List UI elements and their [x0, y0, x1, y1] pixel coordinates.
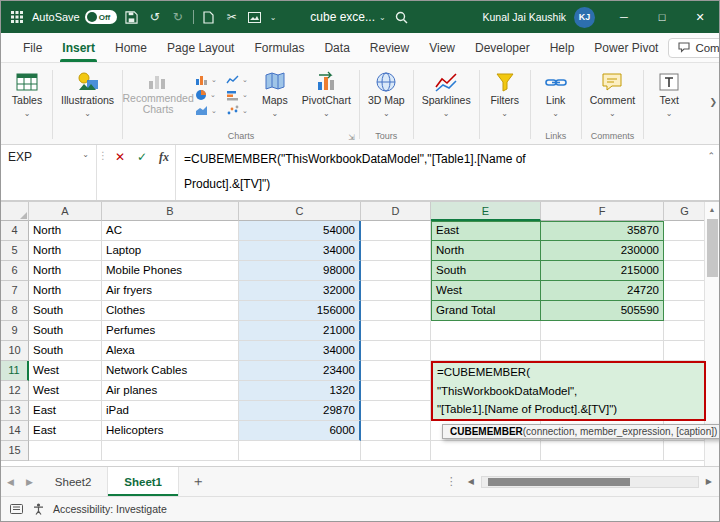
tab-home[interactable]: Home — [105, 33, 157, 62]
tab-help[interactable]: Help — [540, 33, 585, 62]
sheet-bar-grip-icon[interactable]: ⋮ — [442, 475, 461, 488]
column-header-a[interactable]: A — [29, 202, 102, 221]
cell-G9[interactable] — [664, 321, 706, 341]
cell-E8[interactable]: Grand Total — [431, 301, 541, 321]
cell-A10[interactable]: South — [29, 341, 102, 361]
new-sheet-button[interactable]: ＋ — [179, 473, 217, 491]
cell-C11[interactable]: 23400 — [239, 361, 361, 381]
cell-G7[interactable] — [664, 281, 706, 301]
sheet-nav-right-icon[interactable]: ▶ — [20, 477, 39, 487]
cell-B11[interactable]: Network Cables — [102, 361, 239, 381]
tab-page-layout[interactable]: Page Layout — [157, 33, 244, 62]
sheet-nav-left-icon[interactable]: ◀ — [1, 477, 20, 487]
cell-E5[interactable]: North — [431, 241, 541, 261]
user-name[interactable]: Kunal Jai Kaushik — [483, 11, 566, 23]
cell-B7[interactable]: Air fryers — [102, 281, 239, 301]
cell-D6[interactable] — [361, 261, 431, 281]
illustrations-button[interactable]: Illustrations ⌄ — [56, 65, 119, 120]
cell-A7[interactable]: North — [29, 281, 102, 301]
cell-C7[interactable]: 32000 — [239, 281, 361, 301]
cell-G8[interactable] — [664, 301, 706, 321]
tab-data[interactable]: Data — [314, 33, 359, 62]
sheet-tab-sheet1[interactable]: Sheet1 — [108, 467, 179, 496]
cell-C13[interactable]: 29870 — [239, 401, 361, 421]
cell-D12[interactable] — [361, 381, 431, 401]
cell-D7[interactable] — [361, 281, 431, 301]
cell-A9[interactable]: South — [29, 321, 102, 341]
cell-C12[interactable]: 1320 — [239, 381, 361, 401]
cell-G4[interactable] — [664, 221, 706, 241]
cell-A8[interactable]: South — [29, 301, 102, 321]
column-chart-button[interactable]: ⌄ — [195, 74, 217, 85]
cell-F6[interactable]: 215000 — [541, 261, 664, 281]
cell-B5[interactable]: Laptop — [102, 241, 239, 261]
cell-B4[interactable]: AC — [102, 221, 239, 241]
cell-C8[interactable]: 156000 — [239, 301, 361, 321]
hscroll-left-arrow-icon[interactable]: ◀ — [465, 477, 477, 486]
line-chart-button[interactable]: ⌄ — [226, 74, 248, 85]
row-header-10[interactable]: 10 — [1, 341, 29, 361]
cell-C10[interactable]: 34000 — [239, 341, 361, 361]
cell-E7[interactable]: West — [431, 281, 541, 301]
scroll-up-arrow-icon[interactable]: ▲ — [705, 202, 719, 217]
cell-E9[interactable] — [431, 321, 541, 341]
row-header-13[interactable]: 13 — [1, 401, 29, 421]
ribbon-scroll-chevron-icon[interactable]: ❯ — [709, 97, 717, 107]
insert-function-button[interactable]: fx — [153, 150, 175, 165]
tab-developer[interactable]: Developer — [465, 33, 540, 62]
cell-G15[interactable] — [664, 441, 706, 461]
sparklines-button[interactable]: Sparklines ⌄ — [417, 65, 476, 120]
cell-F15[interactable] — [541, 441, 664, 461]
row-header-5[interactable]: 5 — [1, 241, 29, 261]
pivotchart-button[interactable]: PivotChart ⌄ — [297, 65, 356, 120]
autosave-toggle[interactable]: AutoSave Off — [32, 10, 117, 24]
cell-D4[interactable] — [361, 221, 431, 241]
search-icon[interactable] — [394, 9, 410, 25]
cell-D14[interactable] — [361, 421, 431, 441]
horizontal-scroll-thumb[interactable] — [488, 478, 630, 486]
column-header-g[interactable]: G — [664, 202, 706, 221]
column-header-f[interactable]: F — [541, 202, 664, 221]
cell-D15[interactable] — [361, 441, 431, 461]
charts-dialog-launcher-icon[interactable]: ⇲ — [348, 134, 355, 142]
bar-chart-button[interactable]: ⌄ — [226, 89, 248, 101]
pie-chart-button[interactable]: ⌄ — [195, 89, 217, 101]
cell-B13[interactable]: iPad — [102, 401, 239, 421]
column-header-c[interactable]: C — [239, 202, 361, 221]
cell-edit-overlay[interactable]: =CUBEMEMBER( "ThisWorkbookDataModel", "[… — [431, 361, 706, 421]
cell-F5[interactable]: 230000 — [541, 241, 664, 261]
3d-map-button[interactable]: 3D Map ⌄ — [363, 65, 410, 120]
more-commands-chevron-icon[interactable]: ⌄ — [270, 13, 277, 22]
cell-B14[interactable]: Helicopters — [102, 421, 239, 441]
formula-bar-collapse-chevron-icon[interactable]: ⌃ — [707, 151, 715, 161]
cell-E6[interactable]: South — [431, 261, 541, 281]
filters-button[interactable]: Filters ⌄ — [483, 65, 527, 120]
sheet-tab-sheet2[interactable]: Sheet2 — [39, 467, 108, 496]
cut-icon[interactable]: ✂ — [224, 9, 240, 25]
cell-G6[interactable] — [664, 261, 706, 281]
undo-icon[interactable]: ↺ — [147, 9, 163, 25]
app-launcher-icon[interactable] — [9, 9, 25, 25]
redo-icon[interactable]: ↻ — [170, 9, 186, 25]
cell-F7[interactable]: 24720 — [541, 281, 664, 301]
row-header-6[interactable]: 6 — [1, 261, 29, 281]
cell-F8[interactable]: 505590 — [541, 301, 664, 321]
comments-button[interactable]: Comments ⌄ — [668, 38, 720, 58]
cell-D5[interactable] — [361, 241, 431, 261]
column-header-b[interactable]: B — [102, 202, 239, 221]
cell-D13[interactable] — [361, 401, 431, 421]
cell-A4[interactable]: North — [29, 221, 102, 241]
formula-bar-grip-icon[interactable]: ⋮ — [97, 150, 109, 161]
picture-icon[interactable] — [247, 9, 263, 25]
row-header-11[interactable]: 11 — [1, 361, 29, 381]
formula-input[interactable]: =CUBEMEMBER("ThisWorkbookDataModel","[Ta… — [176, 145, 719, 200]
cell-A5[interactable]: North — [29, 241, 102, 261]
row-header-15[interactable]: 15 — [1, 441, 29, 461]
column-header-d[interactable]: D — [361, 202, 431, 221]
keyboard-mode-icon[interactable] — [9, 502, 23, 516]
cell-C5[interactable]: 34000 — [239, 241, 361, 261]
cell-E10[interactable] — [431, 341, 541, 361]
cell-D10[interactable] — [361, 341, 431, 361]
cell-D11[interactable] — [361, 361, 431, 381]
document-title[interactable]: cube exce... ⌄ — [310, 10, 385, 24]
